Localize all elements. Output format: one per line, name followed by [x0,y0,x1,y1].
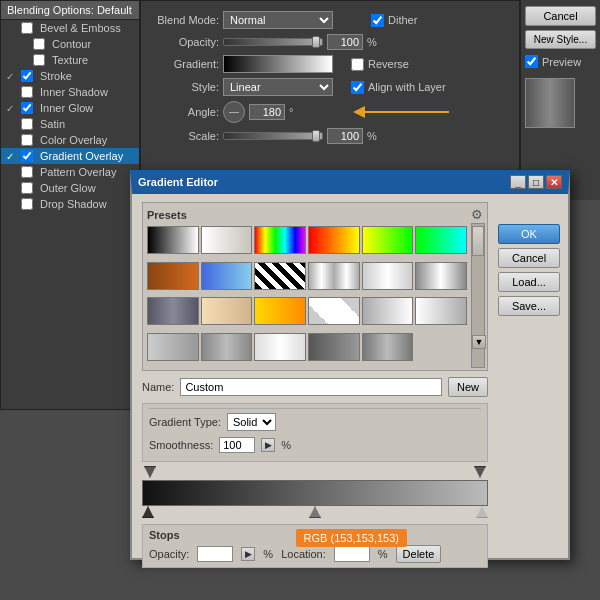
gear-icon[interactable]: ⚙ [471,207,483,222]
layer-label-2: Texture [52,54,88,66]
gradient-bar[interactable] [142,480,488,506]
layer-checkbox-0[interactable] [21,22,33,34]
gradient-swatch[interactable] [223,55,333,73]
layer-item-drop-shadow[interactable]: Drop Shadow [1,196,139,212]
layer-label-10: Outer Glow [40,182,96,194]
layer-checkbox-9[interactable] [21,166,33,178]
preset-swatch-steel[interactable] [147,297,199,325]
color-stop-mid[interactable] [309,506,321,518]
layer-checkbox-3[interactable] [21,70,33,82]
close-button[interactable]: ✕ [546,175,562,189]
layer-item-pattern-overlay[interactable]: Pattern Overlay [1,164,139,180]
preset-swatch-yellow-green[interactable] [362,226,414,254]
layer-label-7: Color Overlay [40,134,107,146]
layer-checkbox-6[interactable] [21,118,33,130]
scale-slider[interactable] [223,132,323,140]
name-row: Name: Custom New [142,377,488,397]
opacity-field-label: Opacity: [149,548,189,560]
gradient-name-input[interactable]: Custom [180,378,442,396]
layer-item-bevel-and-emboss[interactable]: Bevel & Emboss [1,20,139,36]
angle-label: Angle: [149,106,219,118]
preset-swatch-mid-gray[interactable] [201,333,253,361]
preview-checkbox[interactable] [525,55,538,68]
delete-stop-button[interactable]: Delete [396,545,442,563]
color-stop-left[interactable] [142,506,154,518]
layer-checkbox-11[interactable] [21,198,33,210]
preset-swatch-black-white[interactable] [147,226,199,254]
color-stop-right[interactable] [476,506,488,518]
preset-swatch-white-gray[interactable] [415,297,467,325]
preset-swatch-gray-white[interactable] [362,297,414,325]
scrollbar-thumb[interactable] [472,226,484,256]
preset-swatch-chrome2[interactable] [415,262,467,290]
new-style-button[interactable]: New Style... [525,30,596,49]
preview-swatch [525,78,575,128]
layer-item-gradient-overlay[interactable]: Gradient Overlay [1,148,139,164]
layer-item-outer-glow[interactable]: Outer Glow [1,180,139,196]
opacity-input[interactable]: 100 [327,34,363,50]
angle-deg: ° [289,106,293,118]
stop-location-input[interactable] [334,546,370,562]
blend-mode-select[interactable]: Normal [223,11,333,29]
preset-swatch-stripes[interactable] [254,262,306,290]
preset-swatch-pearl[interactable] [254,333,306,361]
layer-item-inner-glow[interactable]: Inner Glow [1,100,139,116]
presets-scrollbar[interactable]: ▼ [471,223,485,368]
preset-swatch-green-cyan[interactable] [415,226,467,254]
gradient-type-section: Gradient Type: Solid Smoothness: 100 ▶ % [142,403,488,462]
preset-swatch-silver[interactable] [308,262,360,290]
preset-swatch-white-trans[interactable] [201,226,253,254]
gradient-type-select[interactable]: Solid [227,413,276,431]
opacity-label: Opacity: [149,36,219,48]
layer-checkbox-4[interactable] [21,86,33,98]
smoothness-stepper[interactable]: ▶ [261,438,275,452]
smoothness-input[interactable]: 100 [219,437,255,453]
scale-input[interactable]: 100 [327,128,363,144]
new-gradient-button[interactable]: New [448,377,488,397]
titlebar-buttons: _ □ ✕ [510,175,562,189]
cancel-button[interactable]: Cancel [525,6,596,26]
opacity-slider[interactable] [223,38,323,46]
stop-opacity-stepper[interactable]: ▶ [241,547,255,561]
preset-swatch-spectrum[interactable] [254,226,306,254]
angle-input[interactable]: 180 [249,104,285,120]
preset-swatch-gold[interactable] [254,297,306,325]
layer-checkbox-7[interactable] [21,134,33,146]
presets-header: Presets ⚙ [147,207,483,222]
layer-item-satin[interactable]: Satin [1,116,139,132]
layer-item-inner-shadow[interactable]: Inner Shadow [1,84,139,100]
preset-swatch-dark-gray[interactable] [308,333,360,361]
preset-swatch-checker[interactable] [308,297,360,325]
opacity-stop-left[interactable] [144,466,156,478]
preset-swatch-neutral[interactable] [362,333,414,361]
preset-swatch-copper[interactable] [147,262,199,290]
angle-dial[interactable] [223,101,245,123]
minimize-button[interactable]: _ [510,175,526,189]
stop-opacity-input[interactable] [197,546,233,562]
reverse-checkbox[interactable] [351,58,364,71]
layer-item-color-overlay[interactable]: Color Overlay [1,132,139,148]
preset-swatch-chrome[interactable] [362,262,414,290]
layer-checkbox-2[interactable] [33,54,45,66]
preset-swatch-wheat[interactable] [201,297,253,325]
layer-styles-panel: Blending Options: Default Bevel & Emboss… [0,0,140,410]
gradient-type-label: Gradient Type: [149,416,221,428]
dither-checkbox[interactable] [371,14,384,27]
gradient-bar-container [142,466,488,520]
align-layer-checkbox[interactable] [351,81,364,94]
layer-item-contour[interactable]: Contour [1,36,139,52]
opacity-stop-right[interactable] [474,466,486,478]
layer-checkbox-8[interactable] [21,150,33,162]
preset-swatch-light-gray[interactable] [147,333,199,361]
layer-checkbox-10[interactable] [21,182,33,194]
layer-item-stroke[interactable]: Stroke [1,68,139,84]
scroll-down-btn[interactable]: ▼ [472,335,486,349]
preset-swatch-red-yellow[interactable] [308,226,360,254]
layer-checkbox-1[interactable] [33,38,45,50]
preset-swatch-blue-sky[interactable] [201,262,253,290]
smoothness-label: Smoothness: [149,439,213,451]
style-select[interactable]: Linear [223,78,333,96]
layer-checkbox-5[interactable] [21,102,33,114]
layer-item-texture[interactable]: Texture [1,52,139,68]
maximize-button[interactable]: □ [528,175,544,189]
